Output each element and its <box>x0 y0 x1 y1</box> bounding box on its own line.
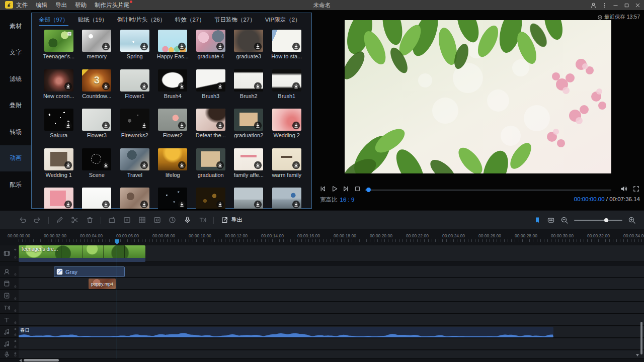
sidebar-item-material[interactable]: 素材 <box>0 13 31 40</box>
text-track-header[interactable] <box>0 314 19 326</box>
record-track-lane[interactable] <box>19 350 644 358</box>
library-item[interactable]: Teenager's... <box>40 30 78 69</box>
fullscreen-button[interactable] <box>632 185 640 193</box>
download-icon[interactable] <box>102 161 110 169</box>
download-icon[interactable] <box>102 200 110 209</box>
library-item[interactable]: Fireworks2 <box>116 109 154 148</box>
hscroll-thumb[interactable] <box>24 359 59 361</box>
record-track-header[interactable] <box>0 350 19 358</box>
split-button[interactable] <box>70 216 79 224</box>
download-icon[interactable] <box>102 82 110 90</box>
library-item[interactable] <box>154 188 192 209</box>
download-icon[interactable] <box>178 200 186 209</box>
speaker-icon[interactable] <box>14 327 17 331</box>
download-icon[interactable] <box>254 121 262 130</box>
zoom-out-button[interactable] <box>560 216 569 224</box>
vscroll-down-arrow[interactable] <box>636 354 639 356</box>
timeline-zoom-slider-thumb[interactable] <box>604 218 608 222</box>
download-icon[interactable] <box>178 161 186 169</box>
library-item[interactable]: Brush3 <box>192 69 230 109</box>
download-icon[interactable] <box>64 161 72 169</box>
library-item[interactable] <box>192 188 230 209</box>
download-icon[interactable] <box>254 42 262 51</box>
tab-countdown-intro[interactable]: 倒计时/片头（26） <box>117 16 166 26</box>
download-icon[interactable] <box>254 200 262 209</box>
library-item[interactable]: graduation2 <box>230 109 268 148</box>
download-icon[interactable] <box>64 121 72 130</box>
video-track-header[interactable] <box>0 245 19 262</box>
download-icon[interactable] <box>178 42 186 51</box>
overlay-track-header[interactable] <box>0 290 19 302</box>
sidebar-item-music[interactable]: 配乐 <box>0 171 31 198</box>
lock-icon[interactable] <box>14 273 17 276</box>
download-icon[interactable] <box>140 200 148 209</box>
library-item[interactable]: How to sta... <box>268 30 306 69</box>
library-item[interactable]: Flower3 <box>78 109 116 148</box>
sidebar-item-transition[interactable]: 转场 <box>0 119 31 145</box>
vscroll-thumb[interactable] <box>640 322 642 354</box>
library-item[interactable]: 3Countdow... <box>78 69 116 109</box>
library-item[interactable]: New coron... <box>40 69 78 109</box>
download-icon[interactable] <box>216 82 224 90</box>
download-icon[interactable] <box>292 82 300 90</box>
library-item[interactable] <box>116 188 154 209</box>
music-track-2-header[interactable] <box>0 338 19 350</box>
text-track-lane[interactable] <box>19 314 644 326</box>
download-icon[interactable] <box>216 161 224 169</box>
aspect-ratio[interactable]: 宽高比16 : 9 <box>320 196 354 204</box>
subtitle-track-header[interactable] <box>0 302 19 314</box>
marker-button[interactable] <box>533 216 541 224</box>
speaker-icon[interactable] <box>14 248 17 251</box>
library-item[interactable]: warm family <box>268 148 306 188</box>
download-icon[interactable] <box>216 42 224 51</box>
download-icon[interactable] <box>140 121 148 130</box>
lock-icon[interactable] <box>14 255 17 259</box>
library-item[interactable]: lifelog <box>154 148 192 188</box>
sidebar-item-text[interactable]: 文字 <box>0 40 31 66</box>
subtitle-track-lane[interactable] <box>19 302 644 314</box>
next-frame-button[interactable] <box>342 185 350 193</box>
lock-icon[interactable] <box>14 353 17 357</box>
menu-file[interactable]: 文件 <box>16 2 28 9</box>
undo-button[interactable] <box>18 216 27 224</box>
lock-icon[interactable] <box>14 333 17 336</box>
sidebar-item-overlay[interactable]: 叠附 <box>0 93 31 119</box>
download-icon[interactable] <box>216 121 224 130</box>
edit-button[interactable] <box>55 216 64 224</box>
seek-bar[interactable] <box>365 190 611 191</box>
overlay-track-lane[interactable] <box>19 290 644 302</box>
download-icon[interactable] <box>216 200 224 209</box>
volume-button[interactable] <box>620 185 627 193</box>
library-item[interactable]: Brush2 <box>230 69 268 109</box>
export-button[interactable]: 导出 <box>220 216 243 224</box>
zoom-frame-button[interactable] <box>123 216 131 224</box>
library-item[interactable]: Brush4 <box>154 69 192 109</box>
download-icon[interactable] <box>254 161 262 169</box>
minimize-button[interactable] <box>612 2 619 9</box>
library-item[interactable] <box>268 188 306 209</box>
library-item[interactable] <box>230 188 268 209</box>
download-icon[interactable] <box>178 121 186 130</box>
filter-track-header[interactable] <box>0 278 19 290</box>
library-item[interactable]: Flower1 <box>116 69 154 109</box>
music-track-2-lane[interactable] <box>19 338 644 350</box>
voiceover-button[interactable] <box>183 216 192 224</box>
sidebar-item-filter[interactable]: 滤镜 <box>0 66 31 93</box>
download-icon[interactable] <box>292 121 300 130</box>
download-icon[interactable] <box>140 82 148 90</box>
library-item[interactable]: graduate 4 <box>192 30 230 69</box>
library-item[interactable]: Happy Eas... <box>154 30 192 69</box>
download-icon[interactable] <box>292 161 300 169</box>
timeline-clip-audio[interactable]: 春日 <box>19 327 553 337</box>
download-icon[interactable] <box>292 42 300 51</box>
download-icon[interactable] <box>102 121 110 130</box>
menu-export[interactable]: 导出 <box>55 2 67 9</box>
pip-track-header[interactable] <box>0 266 19 278</box>
dots-button[interactable] <box>601 2 608 9</box>
library-item[interactable]: graduate3 <box>230 30 268 69</box>
library-item[interactable]: Defeat the... <box>192 109 230 148</box>
tab-sticker[interactable]: 贴纸（19） <box>78 16 108 26</box>
download-icon[interactable] <box>140 161 148 169</box>
redo-button[interactable] <box>33 216 42 224</box>
download-icon[interactable] <box>140 42 148 51</box>
